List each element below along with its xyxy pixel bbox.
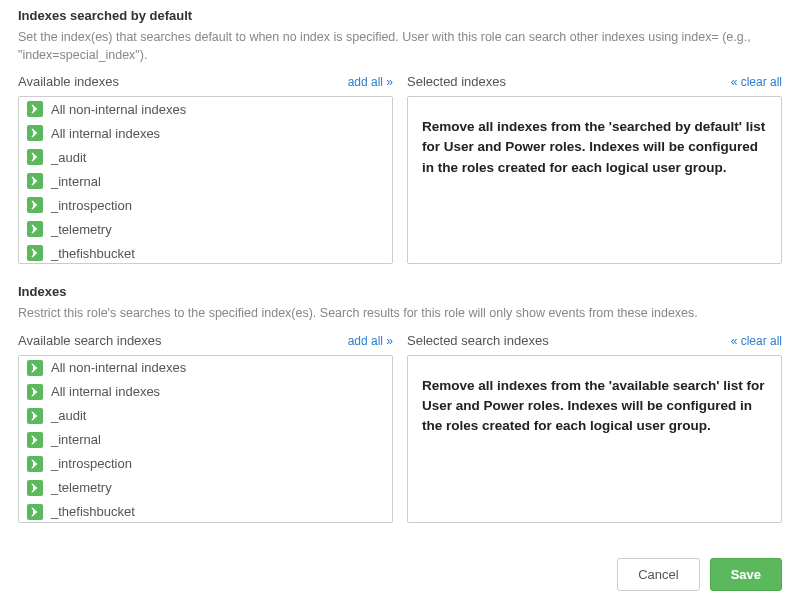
list-item[interactable]: All non-internal indexes [19, 97, 392, 121]
arrow-right-icon [27, 197, 43, 213]
section-title: Indexes [18, 284, 782, 299]
list-item[interactable]: _internal [19, 428, 392, 452]
arrow-right-icon [27, 149, 43, 165]
list-item-label: _thefishbucket [51, 246, 135, 261]
clear-all-link[interactable]: « clear all [731, 334, 782, 348]
selected-list: Remove all indexes from the 'available s… [407, 355, 782, 523]
available-label: Available search indexes [18, 333, 162, 348]
list-item-label: _audit [51, 408, 86, 423]
arrow-right-icon [27, 432, 43, 448]
list-item[interactable]: _introspection [19, 452, 392, 476]
selected-column: Selected search indexes « clear all Remo… [407, 333, 782, 523]
selected-label: Selected indexes [407, 74, 506, 89]
dual-list: Available search indexes add all » All n… [18, 333, 782, 523]
selected-column: Selected indexes « clear all Remove all … [407, 74, 782, 264]
selected-note: Remove all indexes from the 'searched by… [422, 117, 767, 178]
clear-all-link[interactable]: « clear all [731, 75, 782, 89]
section-title: Indexes searched by default [18, 8, 782, 23]
section-description: Set the index(es) that searches default … [18, 29, 782, 64]
available-list[interactable]: All non-internal indexesAll internal ind… [18, 96, 393, 264]
arrow-right-icon [27, 504, 43, 520]
section-indexes: Indexes Restrict this role's searches to… [18, 284, 782, 523]
list-item[interactable]: All internal indexes [19, 121, 392, 145]
section-description: Restrict this role's searches to the spe… [18, 305, 782, 323]
arrow-right-icon [27, 245, 43, 261]
available-list[interactable]: All non-internal indexesAll internal ind… [18, 355, 393, 523]
list-item[interactable]: All internal indexes [19, 380, 392, 404]
save-button[interactable]: Save [710, 558, 782, 591]
selected-label: Selected search indexes [407, 333, 549, 348]
list-item[interactable]: _audit [19, 145, 392, 169]
list-item[interactable]: _telemetry [19, 476, 392, 500]
list-item[interactable]: _audit [19, 404, 392, 428]
arrow-right-icon [27, 125, 43, 141]
arrow-right-icon [27, 101, 43, 117]
available-column: Available indexes add all » All non-inte… [18, 74, 393, 264]
dual-list: Available indexes add all » All non-inte… [18, 74, 782, 264]
list-item-label: _telemetry [51, 222, 112, 237]
arrow-right-icon [27, 480, 43, 496]
section-indexes-default: Indexes searched by default Set the inde… [18, 8, 782, 264]
add-all-link[interactable]: add all » [348, 75, 393, 89]
list-item-label: _introspection [51, 198, 132, 213]
list-item[interactable]: _introspection [19, 193, 392, 217]
list-item-label: _telemetry [51, 480, 112, 495]
footer-buttons: Cancel Save [617, 558, 782, 591]
list-item[interactable]: _thefishbucket [19, 500, 392, 523]
arrow-right-icon [27, 408, 43, 424]
list-item[interactable]: _thefishbucket [19, 241, 392, 264]
arrow-right-icon [27, 384, 43, 400]
list-item-label: All non-internal indexes [51, 102, 186, 117]
list-item-label: All internal indexes [51, 384, 160, 399]
list-item-label: All non-internal indexes [51, 360, 186, 375]
list-item[interactable]: All non-internal indexes [19, 356, 392, 380]
list-item-label: _audit [51, 150, 86, 165]
list-item-label: _internal [51, 432, 101, 447]
arrow-right-icon [27, 456, 43, 472]
selected-note: Remove all indexes from the 'available s… [422, 376, 767, 437]
selected-list: Remove all indexes from the 'searched by… [407, 96, 782, 264]
available-label: Available indexes [18, 74, 119, 89]
list-item-label: _introspection [51, 456, 132, 471]
arrow-right-icon [27, 360, 43, 376]
add-all-link[interactable]: add all » [348, 334, 393, 348]
available-column: Available search indexes add all » All n… [18, 333, 393, 523]
arrow-right-icon [27, 221, 43, 237]
list-item[interactable]: _internal [19, 169, 392, 193]
arrow-right-icon [27, 173, 43, 189]
cancel-button[interactable]: Cancel [617, 558, 699, 591]
list-item-label: _internal [51, 174, 101, 189]
list-item-label: _thefishbucket [51, 504, 135, 519]
list-item-label: All internal indexes [51, 126, 160, 141]
list-item[interactable]: _telemetry [19, 217, 392, 241]
